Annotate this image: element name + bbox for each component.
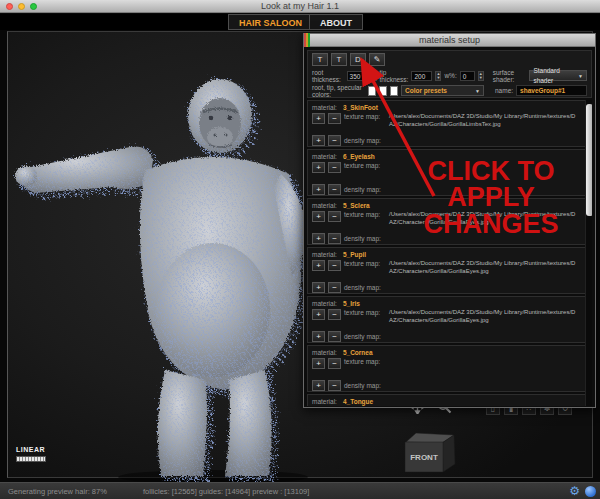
add-texture-map-button[interactable]: +	[312, 260, 325, 271]
tip-tool-1-button[interactable]: T	[312, 53, 328, 66]
texture-map-path: /Users/alex/Documents/DAZ 3D/Studio/My L…	[389, 309, 579, 325]
material-name: 3_SkinFoot	[343, 104, 378, 111]
material-label: material:	[312, 202, 337, 209]
material-label: material:	[312, 349, 337, 356]
add-density-map-button[interactable]: +	[312, 184, 325, 195]
material-label: material:	[312, 251, 337, 258]
material-block: material:4_Tongue +−texture map:/Users/a…	[307, 394, 592, 406]
window-titlebar: Look at my Hair 1.1	[0, 0, 600, 13]
add-density-map-button[interactable]: +	[312, 282, 325, 293]
app-window: Look at my Hair 1.1 HAIR SALOON ABOUT	[0, 0, 600, 499]
material-name: 4_Tongue	[343, 398, 373, 405]
root-thickness-input[interactable]: 350	[347, 71, 368, 81]
remove-texture-map-button[interactable]: −	[328, 113, 341, 124]
gear-icon[interactable]: ⚙	[569, 484, 580, 498]
counts-status: follicles: [12565] guides: [14964] previ…	[143, 487, 309, 496]
gradient-bar[interactable]	[16, 456, 46, 462]
texture-map-label: texture map:	[344, 358, 386, 365]
material-label: material:	[312, 104, 337, 111]
tip-thickness-input[interactable]: 200	[411, 71, 432, 81]
progress-status: Generating preview hair: 87%	[8, 487, 107, 496]
add-density-map-button[interactable]: +	[312, 135, 325, 146]
panel-title: materials setup	[304, 35, 595, 45]
gorilla-model	[13, 74, 313, 484]
group-name-input[interactable]: shaveGroup#1	[516, 85, 587, 96]
remove-density-map-button[interactable]: −	[328, 135, 341, 146]
name-label: name:	[495, 87, 513, 94]
texture-map-label: texture map:	[344, 113, 386, 120]
colors-label: root, tip, specular colors:	[312, 84, 365, 98]
materials-scrollbar[interactable]	[585, 100, 592, 406]
tip-thickness-label: tip thickness:	[380, 69, 409, 83]
density-map-label: density map:	[344, 284, 386, 291]
remove-texture-map-button[interactable]: −	[328, 358, 341, 369]
surface-shader-select[interactable]: Standard shader ▼	[529, 70, 587, 81]
remove-texture-map-button[interactable]: −	[328, 211, 341, 222]
materials-list: material:3_SkinFoot +−texture map:/Users…	[307, 100, 592, 406]
add-density-map-button[interactable]: +	[312, 233, 325, 244]
remove-density-map-button[interactable]: −	[328, 233, 341, 244]
tip-tool-2-button[interactable]: T	[331, 53, 347, 66]
material-block: material:5_Iris +−texture map:/Users/ale…	[307, 296, 592, 343]
remove-density-map-button[interactable]: −	[328, 184, 341, 195]
add-texture-map-button[interactable]: +	[312, 358, 325, 369]
w-percent-stepper[interactable]: ▲▼	[478, 71, 484, 81]
density-map-label: density map:	[344, 382, 386, 389]
tab-about[interactable]: ABOUT	[309, 14, 363, 30]
app-logo-icon[interactable]	[585, 486, 596, 497]
material-block: material:5_Sclera +−texture map:/Users/a…	[307, 198, 592, 245]
gradient-widget: LINEAR	[16, 446, 46, 462]
root-color-swatch[interactable]	[368, 86, 376, 96]
tab-bar: HAIR SALOON ABOUT	[0, 14, 600, 30]
add-texture-map-button[interactable]: +	[312, 113, 325, 124]
remove-texture-map-button[interactable]: −	[328, 260, 341, 271]
status-bar: Generating preview hair: 87% follicles: …	[0, 482, 600, 499]
add-texture-map-button[interactable]: +	[312, 309, 325, 320]
texture-map-path: /Users/alex/Documents/DAZ 3D/Studio/My L…	[389, 113, 579, 129]
material-label: material:	[312, 398, 337, 405]
remove-texture-map-button[interactable]: −	[328, 162, 341, 173]
material-block: material:6_Eyelash +−texture map: +−dens…	[307, 149, 592, 196]
density-map-label: density map:	[344, 235, 386, 242]
material-name: 5_Iris	[343, 300, 360, 307]
view-cube-label: FRONT	[410, 453, 438, 462]
add-texture-map-button[interactable]: +	[312, 211, 325, 222]
tip-thickness-stepper[interactable]: ▲▼	[435, 71, 441, 81]
color-presets-select[interactable]: Color presets ▼	[401, 85, 484, 96]
chevron-down-icon: ▼	[471, 86, 480, 96]
tip-color-swatch[interactable]	[379, 86, 387, 96]
density-tool-button[interactable]: D	[350, 53, 366, 66]
scrollbar-thumb[interactable]	[586, 104, 592, 216]
material-name: 5_Sclera	[343, 202, 370, 209]
panel-titlebar[interactable]: materials setup	[304, 34, 595, 47]
materials-setup-panel: materials setup T T D ✎ root thickness: …	[303, 33, 596, 408]
root-thickness-stepper[interactable]: ▲▼	[371, 71, 377, 81]
material-block: material:3_SkinFoot +−texture map:/Users…	[307, 100, 592, 147]
add-density-map-button[interactable]: +	[312, 331, 325, 342]
panel-body: T T D ✎ root thickness: 350 ▲▼ tip thick…	[304, 47, 595, 407]
surface-shader-label: surface shader:	[493, 69, 527, 83]
density-map-label: density map:	[344, 333, 386, 340]
texture-map-label: texture map:	[344, 162, 386, 169]
add-texture-map-button[interactable]: +	[312, 162, 325, 173]
texture-map-label: texture map:	[344, 260, 386, 267]
remove-density-map-button[interactable]: −	[328, 282, 341, 293]
remove-density-map-button[interactable]: −	[328, 331, 341, 342]
material-name: 6_Eyelash	[343, 153, 375, 160]
remove-texture-map-button[interactable]: −	[328, 309, 341, 320]
texture-map-path: /Users/alex/Documents/DAZ 3D/Studio/My L…	[389, 260, 579, 276]
material-block: material:5_Cornea +−texture map: +−densi…	[307, 345, 592, 392]
remove-density-map-button[interactable]: −	[328, 380, 341, 391]
w-percent-input[interactable]: 0	[460, 71, 475, 81]
chevron-down-icon: ▼	[574, 71, 583, 81]
tab-hair-saloon[interactable]: HAIR SALOON	[228, 14, 313, 30]
add-density-map-button[interactable]: +	[312, 380, 325, 391]
apply-brush-button[interactable]: ✎	[369, 53, 385, 66]
material-label: material:	[312, 153, 337, 160]
density-map-label: density map:	[344, 137, 386, 144]
panel-controls: T T D ✎ root thickness: 350 ▲▼ tip thick…	[307, 50, 592, 98]
view-cube[interactable]: FRONT	[396, 426, 458, 484]
specular-color-swatch[interactable]	[390, 86, 398, 96]
material-name: 5_Pupil	[343, 251, 366, 258]
texture-map-label: texture map:	[344, 309, 386, 316]
